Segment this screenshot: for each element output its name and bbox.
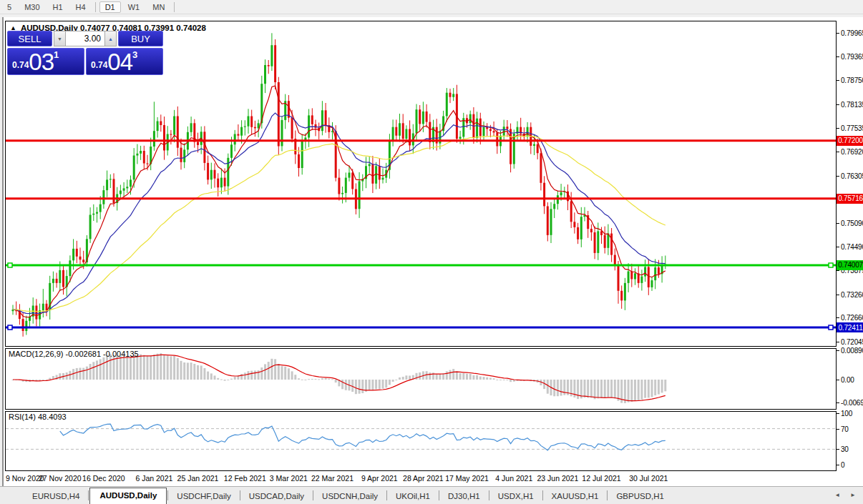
- timeframe-buttons: 5M30H1H4D1W1MN: [1, 1, 177, 13]
- axis-tick: [837, 295, 839, 295]
- timeframe-button-m30[interactable]: M30: [19, 1, 45, 13]
- rsi-indicator-pane[interactable]: RSI(14) 48.4093: [5, 411, 837, 471]
- buy-price-pip: 3: [132, 49, 137, 60]
- date-axis-label: 4 Jun 2021: [495, 474, 532, 483]
- price-axis-label: 0.72660: [841, 314, 863, 322]
- volume-input[interactable]: 3.00: [66, 31, 104, 46]
- price-axis-label: 30: [841, 445, 849, 453]
- tab-separator: [386, 490, 387, 500]
- line-handle[interactable]: [829, 263, 833, 267]
- timeframe-button-5[interactable]: 5: [1, 1, 17, 13]
- tab-separator: [542, 490, 543, 500]
- date-axis-label: 27 Nov 2020: [39, 474, 82, 483]
- rsi-canvas[interactable]: [6, 412, 836, 470]
- timeframe-button-mn[interactable]: MN: [147, 1, 170, 13]
- line-handle[interactable]: [8, 325, 12, 330]
- date-axis-label: 12 Jul 2021: [582, 474, 620, 483]
- macd-label: MACD(12,26,9) -0.002681 -0.004135: [9, 350, 139, 358]
- axis-tick: [837, 342, 839, 342]
- tab-separator: [88, 490, 89, 500]
- chart-tab-audusd[interactable]: AUDUSD,Daily: [89, 488, 167, 504]
- axis-tick: [837, 176, 839, 177]
- chart-tab-usdx[interactable]: USDX,H1: [490, 489, 542, 504]
- volume-decrease-icon[interactable]: ▼: [54, 31, 66, 46]
- buy-price-display[interactable]: 0.74 04 3: [86, 48, 163, 75]
- toolbar-separator: [174, 2, 175, 12]
- tab-separator: [607, 490, 608, 500]
- date-axis-label: 16 Dec 2020: [82, 474, 125, 483]
- tab-separator: [313, 490, 313, 500]
- chart-tab-eurusd[interactable]: EURUSD,H4: [24, 489, 87, 504]
- axis-tick: [837, 402, 839, 403]
- line-handle[interactable]: [8, 263, 12, 267]
- moving-average-55: [13, 136, 665, 312]
- price-axis-label: 70: [841, 425, 849, 433]
- line-handle[interactable]: [829, 325, 833, 330]
- price-tag-0.77200: 0.77200: [837, 136, 863, 146]
- price-axis-label: 0.72045: [841, 338, 863, 346]
- toolbar-separator: [95, 2, 96, 12]
- chart-tab-usdcad[interactable]: USDCAD,Daily: [241, 489, 312, 504]
- axis-tick: [837, 317, 839, 318]
- price-axis-label: 0.73260: [841, 290, 863, 298]
- sell-button[interactable]: SELL: [7, 31, 52, 46]
- price-tag-0.72411: 0.72411: [837, 322, 863, 332]
- date-axis-label: 9 Apr 2021: [361, 474, 398, 483]
- price-axis-label: 0.78750: [841, 76, 863, 84]
- buy-button[interactable]: BUY: [118, 31, 163, 46]
- chart-window: ▲ AUDUSD,Daily 0.74077 0.74081 0.73991 0…: [2, 17, 863, 486]
- price-axis-label: 0.74490: [841, 242, 863, 250]
- date-axis-label: 6 Jan 2021: [135, 474, 172, 483]
- volume-increase-icon[interactable]: ▲: [104, 31, 117, 46]
- candles-layer: [12, 33, 667, 337]
- chart-tab-usdcnh[interactable]: USDCNH,Daily: [314, 489, 386, 504]
- tab-scroll-buttons: ◄ ►: [834, 492, 856, 498]
- buy-price-big: 04: [107, 51, 132, 73]
- chart-tab-dj30[interactable]: DJ30,H1: [440, 489, 488, 504]
- date-axis-label: 12 Feb 2021: [224, 474, 266, 483]
- price-axis-label: 0.75090: [841, 219, 863, 227]
- price-axis-label: -0.00697: [841, 399, 863, 407]
- tab-scroll-left-icon[interactable]: ◄: [834, 492, 840, 498]
- timeframe-button-d1[interactable]: D1: [99, 1, 121, 13]
- timeframe-button-w1[interactable]: W1: [122, 1, 146, 13]
- chart-tab-ukoil[interactable]: UKOil,H1: [388, 489, 438, 504]
- axis-tick: [837, 449, 839, 450]
- moving-average-20: [13, 113, 665, 314]
- date-axis-label: 17 May 2021: [445, 474, 489, 483]
- chart-tab-gbpusd[interactable]: GBPUSD,H1: [608, 489, 671, 504]
- sell-price-prefix: 0.74: [12, 60, 29, 70]
- price-axis[interactable]: 0.799650.793650.787500.781350.775350.769…: [837, 17, 863, 486]
- price-axis-label: 0.77535: [841, 124, 863, 132]
- macd-indicator-pane[interactable]: MACD(12,26,9) -0.002681 -0.004135: [5, 348, 837, 410]
- price-axis-label: 0.78135: [841, 100, 863, 108]
- chart-tab-usdchf[interactable]: USDCHF,Daily: [169, 489, 238, 504]
- timeframe-button-h4[interactable]: H4: [70, 1, 92, 13]
- tab-separator: [240, 490, 240, 500]
- axis-tick: [837, 413, 839, 414]
- rsi-line: [60, 424, 665, 450]
- chart-tab-xauusd[interactable]: XAUUSD,H1: [544, 489, 607, 504]
- axis-tick: [837, 247, 839, 247]
- axis-tick: [837, 56, 839, 57]
- timeframe-button-h1[interactable]: H1: [47, 1, 69, 13]
- time-axis[interactable]: 9 Nov 202027 Nov 202016 Dec 20206 Jan 20…: [4, 471, 837, 486]
- axis-tick: [837, 104, 839, 105]
- sell-price-display[interactable]: 0.74 03 1: [7, 48, 84, 75]
- axis-tick: [837, 270, 839, 271]
- date-axis-label: 22 Mar 2021: [311, 474, 354, 483]
- price-tag-0.75716: 0.75716: [837, 194, 863, 204]
- sell-price-big: 03: [29, 51, 54, 73]
- sell-price-pip: 1: [54, 49, 59, 60]
- tab-scroll-right-icon[interactable]: ►: [850, 492, 856, 498]
- date-axis-label: 23 Jun 2021: [537, 474, 578, 483]
- one-click-trading-panel: SELL ▼ 3.00 ▲ BUY 0.74 03 1 0.74 04 3: [7, 31, 165, 76]
- price-axis-label: 100: [841, 410, 852, 417]
- price-axis-label: 0.79365: [841, 52, 863, 60]
- axis-tick: [837, 429, 839, 430]
- price-axis-label: 0.00: [841, 376, 854, 384]
- price-axis-label: 0.76920: [841, 148, 863, 156]
- symbol-tab-bar: ◄ ► EURUSD,H4AUDUSD,DailyUSDCHF,DailyUSD…: [0, 486, 863, 504]
- price-axis-label: 0.79965: [841, 29, 863, 37]
- axis-tick: [837, 350, 839, 351]
